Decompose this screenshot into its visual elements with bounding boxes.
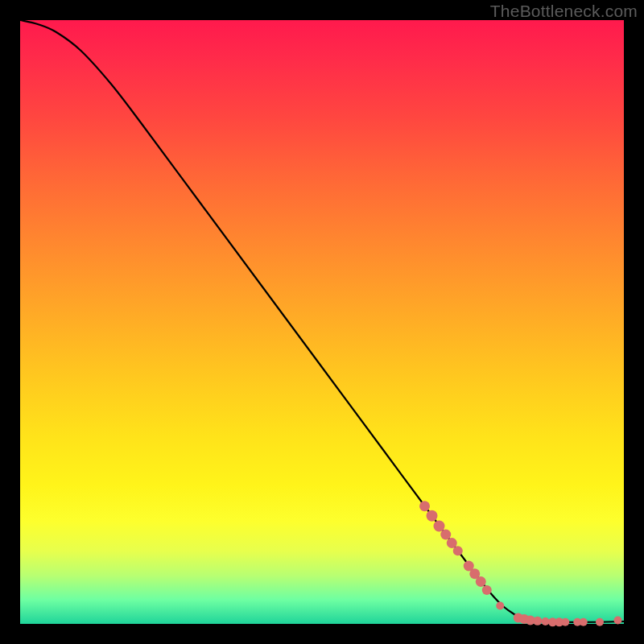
chart-dot (453, 546, 463, 555)
chart-curve (20, 20, 624, 622)
chart-dot (596, 618, 604, 626)
chart-overlay (20, 20, 624, 624)
chart-dot (440, 530, 451, 540)
chart-dot (476, 576, 486, 587)
chart-dot (533, 617, 542, 625)
chart-highlight-dots (419, 501, 622, 626)
chart-plot-area (20, 20, 624, 624)
chart-dot (614, 617, 622, 625)
chart-dot (434, 521, 445, 532)
attribution-text: TheBottleneck.com (490, 2, 638, 21)
chart-dot (561, 618, 569, 626)
chart-dot (419, 501, 430, 511)
chart-dot (580, 618, 588, 626)
chart-dot (542, 617, 550, 625)
chart-dot (427, 510, 438, 522)
chart-dot (482, 585, 492, 595)
chart-dot (496, 602, 504, 610)
